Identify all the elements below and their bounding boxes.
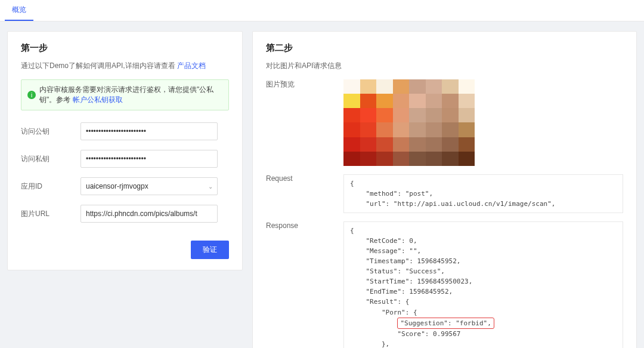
private-key-label: 访问私钥 (21, 154, 80, 164)
image-url-label: 图片URL (21, 209, 80, 219)
step1-subtitle-text: 通过以下Demo了解如何调用API,详细内容请查看 (21, 61, 177, 70)
image-preview-label: 图片预览 (266, 79, 343, 90)
tab-overview[interactable]: 概览 (5, 0, 33, 21)
product-docs-link[interactable]: 产品文档 (177, 61, 206, 70)
image-preview (343, 79, 475, 166)
request-label: Request (266, 174, 343, 183)
step1-subtitle: 通过以下Demo了解如何调用API,详细内容请查看 产品文档 (21, 61, 229, 71)
response-label: Response (266, 221, 343, 230)
public-key-label: 访问公钥 (21, 127, 80, 137)
image-url-input[interactable] (80, 205, 218, 223)
app-id-select[interactable] (80, 177, 218, 195)
step1-title: 第一步 (21, 42, 229, 54)
keys-help-link[interactable]: 帐户公私钥获取 (73, 96, 123, 104)
response-code-block: { "RetCode": 0, "Message": "", "Timestam… (343, 221, 623, 348)
public-key-input[interactable] (80, 122, 218, 140)
app-id-label: 应用ID (21, 181, 80, 192)
forbid-highlight: "Suggestion": "forbid", (397, 318, 494, 329)
alert-text: 内容审核服务需要对演示请求进行鉴权，请您提供"公私钥"。参考 (39, 85, 213, 104)
auth-alert: i 内容审核服务需要对演示请求进行鉴权，请您提供"公私钥"。参考 帐户公私钥获取 (21, 79, 229, 110)
step1-card: 第一步 通过以下Demo了解如何调用API,详细内容请查看 产品文档 i 内容审… (7, 31, 243, 270)
step2-title: 第二步 (266, 42, 623, 54)
step2-subtitle: 对比图片和API请求信息 (266, 61, 623, 71)
info-icon: i (27, 91, 36, 99)
request-code-block: { "method": "post", "url": "http://api.u… (343, 174, 623, 213)
verify-button[interactable]: 验证 (191, 241, 229, 259)
private-key-input[interactable] (80, 150, 218, 168)
step2-card: 第二步 对比图片和API请求信息 图片预览 Request { "method"… (252, 31, 637, 348)
